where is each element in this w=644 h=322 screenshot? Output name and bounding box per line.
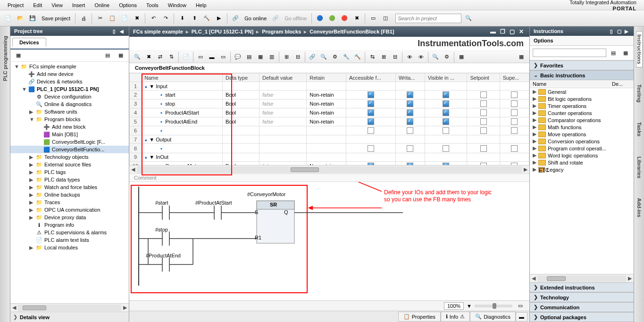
tree-collapse-icon[interactable]: ▦ [13, 50, 24, 61]
instr-collapse-icon[interactable]: ▶ [623, 28, 630, 34]
instruction-list[interactable]: ▶General▶Bit logic operations▶Timer oper… [530, 88, 634, 274]
ed-btn-5[interactable]: 📄 [181, 52, 191, 62]
instr-hscroll-left[interactable]: ◀ [530, 275, 537, 281]
window-restore-icon[interactable]: ❐ [498, 28, 507, 35]
search-go-icon[interactable]: 🔍 [463, 13, 474, 24]
details-view-bar[interactable]: ❯ Details view [10, 312, 129, 322]
save-icon[interactable]: 💾 [27, 13, 38, 24]
ed-btn-17[interactable]: ⚙ [330, 52, 340, 62]
ed-btn-3[interactable]: ⇄ [155, 52, 165, 62]
download-icon[interactable]: ⬇ [177, 13, 187, 24]
tree-node[interactable]: ▼🟦PLC_1 [CPU 1512C-1 PN] [10, 85, 129, 93]
instruction-item[interactable]: ▶Word logic operations [530, 152, 634, 159]
start-cpu-icon[interactable]: 🟢 [327, 13, 337, 24]
tree-node[interactable]: ▶📁Technology objects [10, 153, 129, 161]
instruction-item[interactable]: ▶General [530, 88, 634, 95]
go-online-button[interactable]: Go online [243, 16, 268, 21]
ed-btn-13[interactable]: ⊞ [281, 52, 292, 62]
instruction-item[interactable]: ▶Math functions [530, 124, 634, 131]
instruction-item[interactable]: ▶Program control operati... [530, 145, 634, 152]
table-row[interactable]: 6▪ [130, 126, 529, 135]
crumb-project[interactable]: FCs simple example [133, 29, 183, 34]
instruction-item[interactable]: ▶Counter operations [530, 109, 634, 116]
ed-btn-11[interactable]: ▦ [255, 52, 266, 62]
ed-btn-10[interactable]: ▤ [244, 52, 254, 62]
simulate-icon[interactable]: ▶ [214, 13, 224, 24]
ed-btn-9[interactable]: 💬 [233, 52, 243, 62]
tree-view2-icon[interactable]: ▦ [116, 50, 126, 61]
devices-tab[interactable]: Devices [12, 38, 46, 47]
tree-node[interactable]: ⚙Device configuration [10, 93, 129, 100]
instr-pin-icon[interactable]: ▯ [608, 28, 615, 34]
ed-btn-24[interactable]: 👁 [416, 52, 426, 62]
table-row[interactable]: 5▪ ProductAtEndBoolfalseNon-retain [130, 117, 529, 126]
tree-node[interactable]: 🔗Devices & networks [10, 78, 129, 85]
tree-node[interactable]: ▼📁FCs simple example [10, 63, 129, 70]
ed-btn-16[interactable]: 🔍 [318, 52, 329, 62]
tree-node[interactable]: ▶📁PLC data types [10, 176, 129, 183]
instruction-item[interactable]: ▶Bit logic operations [530, 95, 634, 102]
ed-btn-22[interactable]: ⊟ [390, 52, 400, 62]
instruction-item[interactable]: ▶Comparator operations [530, 116, 634, 124]
ladder-editor[interactable]: #start #ProductAtStart #ConveyorMotor SR… [129, 182, 529, 300]
menu-view[interactable]: View [47, 1, 67, 9]
ed-btn-21[interactable]: ⊞ [378, 52, 389, 62]
table-row[interactable]: 3▪ stopBoolfalseNon-retain [130, 99, 529, 108]
basic-instructions-section[interactable]: ⌄Basic instructions [530, 70, 634, 80]
save-project-button[interactable]: Save project [40, 16, 72, 21]
tab-libraries[interactable]: Libraries [636, 154, 642, 181]
menu-edit[interactable]: Edit [28, 1, 47, 9]
instr-view-icon[interactable]: ▢ [616, 28, 622, 34]
extended-section[interactable]: ❯Extended instructions [530, 282, 634, 292]
tree-node[interactable]: ▶📁Traces [10, 198, 129, 206]
tree-node[interactable]: ▶📁Software units [10, 108, 129, 116]
tree-node[interactable]: ➕Add new device [10, 70, 129, 78]
communication-section[interactable]: ❯Communication [530, 302, 634, 312]
menu-insert[interactable]: Insert [67, 1, 90, 9]
table-row[interactable]: 2▪ startBoolfalseNon-retain [130, 91, 529, 99]
menu-window[interactable]: Window [163, 1, 191, 9]
tree-node[interactable]: 📄PLC alarm text lists [10, 236, 129, 244]
ed-btn-8[interactable]: ▭ [218, 52, 228, 62]
panel-pin-icon[interactable]: ▯ [111, 28, 117, 34]
window-max-icon[interactable]: ▢ [508, 28, 516, 35]
crumb-blocks[interactable]: Program blocks [262, 29, 301, 34]
instr-filter1-icon[interactable]: ▤ [608, 48, 619, 58]
instruction-item[interactable]: ▶Shift and rotate [530, 159, 634, 166]
panel-collapse-icon[interactable]: ◀ [118, 28, 125, 34]
go-online-icon[interactable]: 🔗 [230, 13, 241, 24]
tab-addins[interactable]: Add-ins [636, 195, 642, 220]
hscroll-left-icon[interactable]: ◀ [10, 305, 18, 311]
accessible-icon[interactable]: 🔵 [315, 13, 325, 24]
tree-node[interactable]: 🟪Main [OB1] [10, 131, 129, 138]
window-min-icon[interactable]: ▬ [489, 28, 497, 35]
instr-hscroll-thumb[interactable] [547, 276, 566, 281]
tree-node[interactable]: ▶📁Device proxy data [10, 214, 129, 221]
menu-options[interactable]: Options [114, 1, 142, 9]
upload-icon[interactable]: ⬆ [189, 13, 200, 24]
instruction-item[interactable]: ▶Timer operations [530, 102, 634, 109]
cut-icon[interactable]: ✂ [95, 13, 105, 24]
tree-node[interactable]: ▼📁Program blocks [10, 116, 129, 123]
instr-filter2-icon[interactable]: ▦ [620, 48, 631, 58]
ed-btn-1[interactable]: 🔍 [132, 52, 142, 62]
hscroll-thumb[interactable] [23, 305, 46, 310]
table-row[interactable]: 8▪ [130, 144, 529, 153]
print-icon[interactable]: 🖨 [78, 13, 89, 24]
tab-testing[interactable]: Testing [636, 82, 642, 105]
compile-icon[interactable]: 🔨 [201, 13, 212, 24]
menu-online[interactable]: Online [90, 1, 114, 9]
ed-btn-23[interactable]: 👁 [404, 52, 415, 62]
tree-node[interactable]: ▶📁External source files [10, 161, 129, 168]
tree-node[interactable]: ▶📁Watch and force tables [10, 183, 129, 191]
ed-btn-4[interactable]: ⇅ [166, 52, 176, 62]
go-offline-icon[interactable]: 🔗 [270, 13, 281, 24]
tree-node[interactable]: 🟩ConveyorBeltLogic [F... [10, 138, 129, 146]
tree-node[interactable]: ▶📁Online backups [10, 191, 129, 198]
table-row[interactable]: 10▪ ConveyorMotorBoolfalseNon-retain [130, 161, 529, 165]
zoom-dropdown-icon[interactable]: ▼ [467, 303, 472, 309]
crumb-plc[interactable]: PLC_1 [CPU 1512C-1 PN] [192, 29, 253, 34]
tab-instructions[interactable]: Instructions [636, 31, 643, 67]
comment-row[interactable]: Comment [129, 173, 529, 182]
ed-btn-6[interactable]: ▭ [195, 52, 206, 62]
